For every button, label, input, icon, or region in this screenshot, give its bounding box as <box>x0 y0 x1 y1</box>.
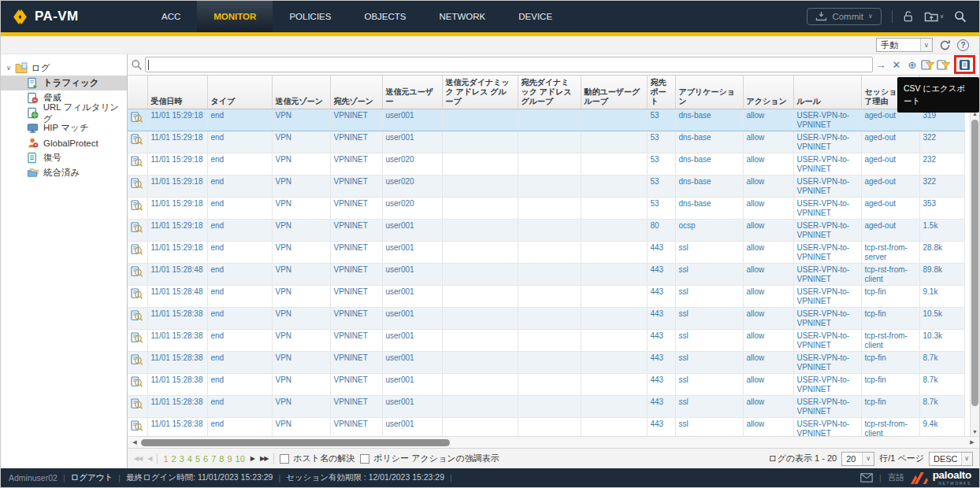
page-number[interactable]: 2 <box>172 454 176 464</box>
vertical-scrollbar[interactable]: ▲ ▼ <box>970 109 979 436</box>
horizontal-scrollbar[interactable]: ◀ ▶ <box>128 436 979 448</box>
table-row[interactable]: 11/01 15:29:18endVPNVPNINETuser02053dns-… <box>128 176 964 198</box>
log-detail-icon[interactable] <box>128 396 147 418</box>
column-header-to-port[interactable]: 宛先ポート <box>647 76 675 109</box>
rows-per-page-select[interactable]: 20 ∨ <box>841 452 874 466</box>
refresh-interval-select[interactable]: 手動 ∨ <box>876 38 933 52</box>
column-header-dynamic-user-group[interactable]: 動的ユーザーグループ <box>581 76 647 109</box>
log-detail-icon[interactable] <box>128 220 147 242</box>
checkbox-icon[interactable] <box>280 454 289 464</box>
column-header-rule[interactable]: ルール <box>793 76 861 109</box>
last-page-button[interactable]: ▶▶ <box>260 455 268 462</box>
log-detail-icon[interactable] <box>128 352 147 374</box>
table-row[interactable]: 11/01 15:29:18endVPNVPNINETuser00153dns-… <box>128 131 964 153</box>
tasks-envelope-icon[interactable] <box>860 473 873 482</box>
table-row[interactable]: 11/01 15:28:38endVPNVPNINETuser001443ssl… <box>128 352 964 374</box>
scroll-right-icon[interactable]: ▶ <box>967 439 977 445</box>
global-find-icon[interactable] <box>954 10 967 23</box>
help-icon[interactable]: ? <box>957 39 969 51</box>
log-detail-icon[interactable] <box>128 198 147 220</box>
scrollbar-thumb[interactable] <box>141 439 450 446</box>
scroll-down-icon[interactable]: ▼ <box>971 429 979 434</box>
column-header-action[interactable]: アクション <box>743 76 793 109</box>
column-header-to-zone[interactable]: 宛先ゾーン <box>330 76 382 109</box>
column-header-type[interactable]: タイプ <box>207 76 272 109</box>
table-row[interactable]: 11/01 15:28:48endVPNVPNINETuser001443ssl… <box>128 264 964 286</box>
column-header-detail[interactable] <box>128 76 147 109</box>
first-page-button[interactable]: ◀◀ <box>134 455 142 462</box>
table-row[interactable]: 11/01 15:29:18endVPNVPNINETuser02053dns-… <box>128 153 964 176</box>
resolve-hostname-checkbox[interactable]: ホスト名の解決 <box>280 453 355 464</box>
page-number[interactable]: 9 <box>227 454 232 464</box>
page-number[interactable]: 1 <box>163 454 168 464</box>
page-number[interactable]: 6 <box>203 454 208 464</box>
collapse-icon[interactable]: ∨ <box>6 65 11 72</box>
log-detail-icon[interactable] <box>128 308 147 330</box>
log-detail-icon[interactable] <box>128 176 147 198</box>
page-number[interactable]: 5 <box>195 454 200 464</box>
page-number[interactable]: 10 <box>236 454 245 464</box>
tab-objects[interactable]: OBJECTS <box>347 1 422 32</box>
column-header-source-dynamic-address-group[interactable]: 送信元ダイナミック アドレス グループ <box>442 76 518 109</box>
tab-network[interactable]: NETWORK <box>422 1 502 32</box>
table-row[interactable]: 11/01 15:28:38endVPNVPNINETuser001443ssl… <box>128 374 964 396</box>
tab-device[interactable]: DEVICE <box>502 1 569 32</box>
log-detail-icon[interactable] <box>128 264 147 286</box>
table-row[interactable]: 11/01 15:29:18endVPNVPNINETuser00153dns-… <box>128 109 964 131</box>
refresh-icon[interactable] <box>939 39 951 51</box>
save-filter-icon[interactable] <box>920 59 936 71</box>
table-row[interactable]: 11/01 15:28:38endVPNVPNINETuser001443ssl… <box>128 396 964 418</box>
log-detail-icon[interactable] <box>128 286 147 308</box>
sidebar-item-url-filtering[interactable]: URL フィルタリング <box>1 105 127 120</box>
save-config-icon[interactable]: ∨ <box>924 11 944 23</box>
apply-filter-icon[interactable]: → <box>873 59 889 71</box>
page-number[interactable]: 3 <box>180 454 184 464</box>
sort-order-select[interactable]: DESC ∨ <box>929 452 973 466</box>
sidebar-item-traffic[interactable]: トラフィック <box>1 76 127 91</box>
table-row[interactable]: 11/01 15:28:48endVPNVPNINETuser001443ssl… <box>128 286 964 308</box>
scroll-left-icon[interactable]: ◀ <box>130 439 139 445</box>
page-number[interactable]: 7 <box>211 454 216 464</box>
log-filter-input[interactable] <box>145 57 873 72</box>
tab-policies[interactable]: POLICIES <box>273 1 347 32</box>
tab-acc[interactable]: ACC <box>145 1 197 32</box>
page-number[interactable]: 8 <box>219 454 224 464</box>
scrollbar-thumb[interactable] <box>971 120 978 406</box>
add-filter-icon[interactable]: ⊕ <box>904 59 920 71</box>
sidebar-item-decryption[interactable]: 復号 <box>1 150 127 165</box>
sidebar-item-logs[interactable]: ∨ ログ <box>1 60 127 76</box>
log-detail-icon[interactable] <box>128 418 147 437</box>
column-header-destination-dynamic-address-group[interactable]: 宛先ダイナミック アドレス グループ <box>518 76 581 109</box>
table-row[interactable]: 11/01 15:29:18endVPNVPNINETuser02053dns-… <box>128 198 964 220</box>
table-row[interactable]: 11/01 15:28:38endVPNVPNINETuser001443ssl… <box>128 330 964 352</box>
table-row[interactable]: 11/01 15:28:38endVPNVPNINETuser001443ssl… <box>128 418 964 437</box>
export-csv-button[interactable] <box>959 59 971 71</box>
log-detail-icon[interactable] <box>128 109 147 131</box>
column-header-source-user[interactable]: 送信元ユーザー <box>382 76 442 109</box>
sidebar-item-globalprotect[interactable]: GlobalProtect <box>1 135 127 150</box>
checkbox-icon[interactable] <box>360 454 369 464</box>
table-row[interactable]: 11/01 15:28:38endVPNVPNINETuser001443ssl… <box>128 308 964 330</box>
page-number[interactable]: 4 <box>187 454 192 464</box>
table-row[interactable]: 11/01 15:29:18endVPNVPNINETuser00180ocsp… <box>128 220 964 242</box>
next-page-button[interactable]: ▶ <box>251 455 254 462</box>
table-row[interactable]: 11/01 15:29:18endVPNVPNINETuser001443ssl… <box>128 242 964 264</box>
clear-filter-icon[interactable]: ✕ <box>889 59 904 71</box>
log-detail-icon[interactable] <box>128 374 147 396</box>
language-link[interactable]: 言語 <box>888 472 904 483</box>
load-filter-icon[interactable] <box>936 59 952 71</box>
column-header-application[interactable]: アプリケーション <box>675 76 743 109</box>
prev-page-button[interactable]: ◀ <box>147 455 151 462</box>
log-detail-icon[interactable] <box>128 131 147 153</box>
column-header-receive-time[interactable]: 受信日時 <box>147 76 207 109</box>
commit-button[interactable]: Commit ∨ <box>807 8 881 25</box>
sidebar-item-unified[interactable]: 統合済み <box>1 165 127 180</box>
lock-icon[interactable] <box>903 10 914 23</box>
log-detail-icon[interactable] <box>128 153 147 176</box>
tab-monitor[interactable]: MONITOR <box>197 1 273 32</box>
logout-link[interactable]: ログアウト <box>71 472 113 483</box>
column-header-from-zone[interactable]: 送信元ゾーン <box>272 76 330 109</box>
policy-highlight-checkbox[interactable]: ポリシー アクションの強調表示 <box>360 453 499 464</box>
log-detail-icon[interactable] <box>128 242 147 264</box>
log-detail-icon[interactable] <box>128 330 147 352</box>
